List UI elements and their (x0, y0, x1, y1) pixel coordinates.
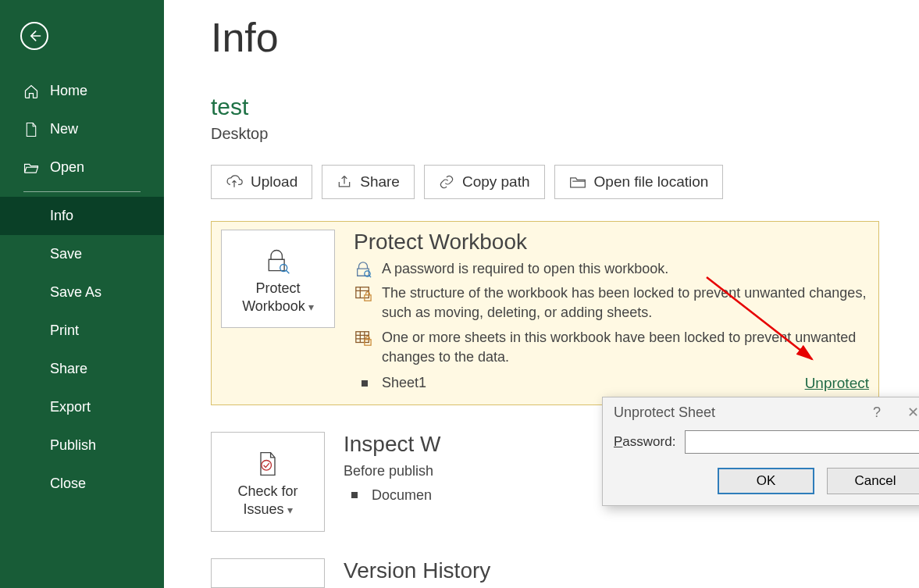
sidebar-item-label: Save (50, 246, 82, 262)
sidebar-item-new[interactable]: New (0, 110, 164, 148)
svg-point-6 (262, 460, 272, 470)
protect-workbook-heading: Protect Workbook (354, 230, 869, 255)
sidebar-item-print[interactable]: Print (0, 312, 164, 350)
check-issues-label-1: Check for (237, 483, 297, 501)
sidebar-item-label: Home (50, 83, 87, 99)
protect-line-3: One or more sheets in this workbook have… (382, 328, 869, 367)
sidebar-item-label: Info (50, 208, 73, 224)
version-history-button[interactable] (211, 558, 325, 588)
folder-icon (569, 175, 586, 189)
sidebar-separator (23, 191, 141, 192)
back-button[interactable] (20, 22, 48, 50)
password-label: Password: (614, 434, 675, 450)
document-name: test (211, 94, 919, 120)
dialog-help-button[interactable]: ? (873, 404, 881, 421)
protect-workbook-label-1: Protect (242, 280, 314, 298)
sidebar-item-label: Open (50, 159, 84, 176)
sidebar-item-publish[interactable]: Publish (0, 426, 164, 465)
inspect-heading: Inspect W (344, 432, 440, 457)
locked-sheet-name: Sheet1 (382, 375, 426, 391)
protect-workbook-button[interactable]: Protect Workbook ▾ (221, 230, 335, 328)
sidebar-item-label: Share (50, 361, 87, 377)
sidebar-item-open[interactable]: Open (0, 148, 164, 187)
sidebar-item-home[interactable]: Home (0, 72, 164, 110)
dialog-close-button[interactable]: ✕ (903, 404, 919, 421)
protect-line-1: A password is required to open this work… (382, 259, 668, 279)
home-icon (23, 84, 39, 99)
sidebar-item-label: New (50, 121, 78, 137)
sidebar-item-save-as[interactable]: Save As (0, 273, 164, 312)
sheets-locked-icon (354, 328, 372, 367)
unprotect-sheet-dialog: Unprotect Sheet ? ✕ Password: OK Cancel (602, 397, 919, 506)
sidebar-item-label: Export (50, 399, 91, 415)
backstage-sidebar: Home New Open Info Save Save As Print (0, 0, 164, 588)
document-check-icon (255, 450, 281, 478)
check-issues-label-2: Issues (243, 501, 283, 519)
dialog-titlebar[interactable]: Unprotect Sheet ? ✕ (603, 397, 919, 427)
new-icon (23, 122, 39, 137)
protect-workbook-panel: Protect Workbook ▾ Protect Workbook A pa… (211, 221, 879, 405)
password-required-icon (354, 259, 372, 279)
upload-icon (226, 174, 243, 190)
share-button[interactable]: Share (322, 165, 415, 199)
copy-path-label: Copy path (462, 173, 530, 191)
protect-workbook-label-2: Workbook (242, 298, 305, 315)
sidebar-item-share[interactable]: Share (0, 350, 164, 388)
share-label: Share (360, 173, 400, 191)
sidebar-item-label: Close (50, 476, 86, 492)
bullet-icon (351, 492, 358, 498)
document-location: Desktop (211, 125, 919, 143)
info-page: Info test Desktop Upload Share Copy path… (164, 0, 919, 588)
sidebar-item-label: Save As (50, 284, 102, 301)
file-actions: Upload Share Copy path Open file locatio… (211, 165, 919, 199)
protect-line-2: The structure of the workbook has been l… (382, 283, 869, 323)
open-icon (23, 160, 39, 176)
check-for-issues-button[interactable]: Check for Issues ▾ (211, 432, 325, 532)
ok-button[interactable]: OK (718, 468, 814, 494)
page-title: Info (211, 14, 919, 61)
inspect-subtext: Before publish (344, 463, 440, 479)
open-file-location-label: Open file location (594, 173, 709, 191)
sidebar-item-close[interactable]: Close (0, 465, 164, 503)
open-file-location-button[interactable]: Open file location (554, 165, 724, 199)
inspect-bullet-1: Documen (372, 487, 432, 504)
share-icon (337, 174, 352, 190)
copy-path-button[interactable]: Copy path (424, 165, 545, 199)
version-history-section: Version History (211, 558, 879, 588)
dialog-title: Unprotect Sheet (614, 404, 715, 421)
upload-label: Upload (251, 173, 297, 191)
password-input[interactable] (685, 430, 919, 454)
bullet-icon (362, 380, 368, 387)
unprotect-link[interactable]: Unprotect (805, 375, 869, 392)
lock-key-icon (264, 247, 292, 275)
structure-locked-icon (354, 283, 372, 323)
link-icon (439, 174, 454, 190)
upload-button[interactable]: Upload (211, 165, 312, 199)
sidebar-item-export[interactable]: Export (0, 388, 164, 426)
sidebar-item-label: Print (50, 323, 79, 339)
cancel-button[interactable]: Cancel (827, 468, 919, 494)
version-history-heading: Version History (344, 558, 490, 583)
chevron-down-icon: ▾ (287, 503, 293, 517)
chevron-down-icon: ▾ (308, 300, 314, 314)
sidebar-item-info[interactable]: Info (0, 197, 164, 235)
sidebar-item-save[interactable]: Save (0, 235, 164, 273)
sidebar-item-label: Publish (50, 437, 96, 454)
